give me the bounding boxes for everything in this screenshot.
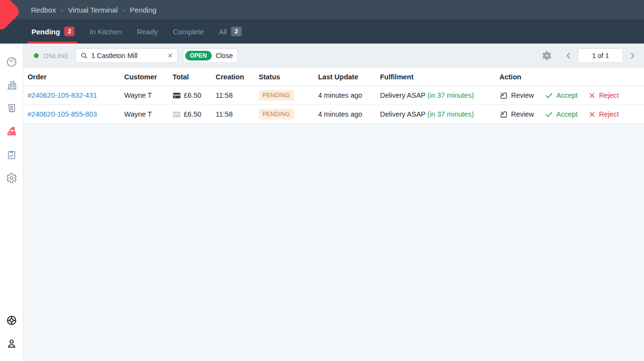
dashboard-icon[interactable]: [6, 56, 17, 68]
online-status-dot: [34, 53, 39, 58]
receipt-icon[interactable]: [6, 103, 17, 114]
terminal-toolbar: ONLINE ✕ OPEN Close 1 of 1: [23, 44, 644, 68]
table-header-row: Order Customer Total Creation Status Las…: [23, 68, 644, 86]
tab-in-kitchen[interactable]: In Kitchen: [89, 19, 122, 44]
order-total: £6.50: [184, 110, 201, 118]
review-label: Review: [511, 91, 534, 99]
reject-label: Reject: [599, 110, 619, 118]
tab-all-count-badge: 2: [231, 27, 241, 36]
fulfilment-cell: Delivery ASAP (in 37 minutes): [380, 91, 499, 99]
page-indicator: 1 of 1: [578, 48, 623, 63]
creation-time: 11:58: [216, 110, 259, 118]
tab-pending-label: Pending: [31, 28, 60, 36]
fulfilment-eta: (in 37 minutes): [427, 110, 474, 118]
tab-ready[interactable]: Ready: [137, 19, 158, 44]
accept-label: Accept: [556, 91, 578, 99]
previous-page-icon[interactable]: [564, 51, 573, 60]
next-page-icon[interactable]: [628, 51, 637, 60]
status-badge: PENDING: [259, 90, 294, 101]
header-order: Order: [28, 73, 124, 81]
orders-table: Order Customer Total Creation Status Las…: [23, 68, 644, 361]
account-icon[interactable]: [6, 338, 17, 349]
card-unpaid-icon: [173, 111, 181, 118]
order-number-link[interactable]: #240620-105-832-431: [28, 91, 97, 99]
header-action: Action: [499, 73, 644, 81]
last-update: 4 minutes ago: [318, 110, 380, 118]
reject-button[interactable]: Reject: [588, 91, 619, 99]
accept-button[interactable]: Accept: [545, 110, 578, 119]
customer-name: Wayne T: [124, 110, 173, 118]
check-icon: [545, 91, 553, 100]
tab-ready-label: Ready: [137, 28, 158, 36]
tab-pending[interactable]: Pending 2: [31, 19, 74, 44]
review-icon: [499, 110, 508, 119]
customer-name: Wayne T: [124, 91, 173, 99]
help-icon[interactable]: [6, 315, 17, 326]
breadcrumb-separator: ›: [123, 6, 125, 14]
breadcrumb-item-pending[interactable]: Pending: [130, 6, 157, 14]
reject-label: Reject: [599, 91, 619, 99]
review-button[interactable]: Review: [499, 91, 534, 100]
settings-icon[interactable]: [6, 172, 17, 184]
order-number-link[interactable]: #240620-105-855-803: [28, 110, 97, 118]
tab-in-kitchen-label: In Kitchen: [89, 28, 122, 36]
review-label: Review: [511, 110, 534, 118]
breadcrumb-separator: ›: [61, 6, 63, 14]
order-total: £6.50: [184, 91, 201, 99]
creation-time: 11:58: [216, 91, 259, 99]
breadcrumb-item-redbox[interactable]: Redbox: [31, 6, 56, 14]
fulfilment-type: Delivery ASAP: [380, 91, 425, 99]
review-button[interactable]: Review: [499, 110, 534, 119]
header-fulfilment: Fulfilment: [380, 73, 499, 81]
business-icon[interactable]: [6, 79, 17, 91]
table-row: #240620-105-832-431 Wayne T £6.50 11:58 …: [23, 86, 644, 105]
accept-button[interactable]: Accept: [545, 91, 578, 100]
header-status: Status: [259, 73, 318, 81]
header-last-update: Last Update: [318, 73, 380, 81]
register-icon[interactable]: [6, 126, 17, 137]
store-search[interactable]: ✕: [75, 48, 178, 63]
tab-all[interactable]: All 2: [219, 19, 242, 44]
tab-all-label: All: [219, 28, 227, 36]
x-icon: [588, 92, 596, 99]
breadcrumb: Redbox › Virtual Terminal › Pending: [0, 0, 644, 19]
fulfilment-eta: (in 37 minutes): [427, 91, 474, 99]
tab-pending-count-badge: 2: [64, 27, 74, 36]
header-customer: Customer: [124, 73, 173, 81]
check-icon: [545, 110, 553, 119]
accept-label: Accept: [556, 110, 578, 118]
close-button-label: Close: [216, 52, 233, 60]
tab-complete-label: Complete: [173, 28, 204, 36]
fulfilment-type: Delivery ASAP: [380, 110, 425, 118]
header-total: Total: [173, 73, 216, 81]
online-status-label: ONLINE: [44, 52, 69, 60]
status-badge: PENDING: [259, 109, 294, 120]
search-icon: [80, 52, 88, 60]
settings-gear-icon[interactable]: [542, 50, 552, 61]
tab-complete[interactable]: Complete: [173, 19, 204, 44]
review-icon: [499, 91, 508, 100]
open-close-toggle-button[interactable]: OPEN Close: [183, 48, 238, 63]
connection-status: ONLINE: [34, 52, 69, 60]
clear-search-icon[interactable]: ✕: [167, 52, 173, 59]
pagination: 1 of 1: [564, 48, 637, 63]
search-input[interactable]: [91, 52, 164, 60]
sidebar: [0, 44, 23, 361]
x-icon: [588, 111, 596, 118]
card-paid-icon: [173, 92, 181, 99]
clipboard-check-icon[interactable]: [6, 149, 17, 161]
last-update: 4 minutes ago: [318, 91, 380, 99]
open-status-badge: OPEN: [185, 51, 212, 60]
breadcrumb-item-virtual-terminal[interactable]: Virtual Terminal: [68, 6, 118, 14]
fulfilment-cell: Delivery ASAP (in 37 minutes): [380, 110, 499, 118]
table-row: #240620-105-855-803 Wayne T £6.50 11:58 …: [23, 105, 644, 124]
order-status-tabs: Pending 2 In Kitchen Ready Complete All …: [0, 19, 644, 44]
header-creation: Creation: [216, 73, 259, 81]
reject-button[interactable]: Reject: [588, 110, 619, 118]
